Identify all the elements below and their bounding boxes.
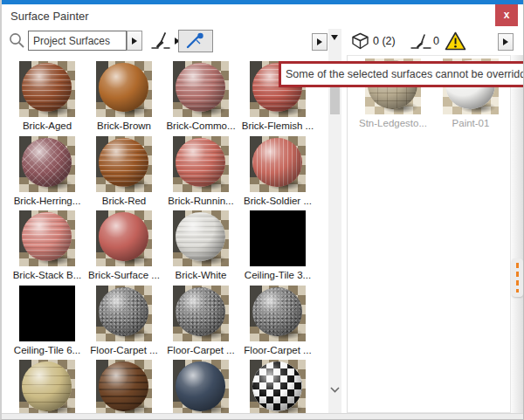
surface-label: Brick-Red — [86, 196, 162, 206]
material-sphere-icon — [176, 287, 224, 336]
surface-tile[interactable]: Brick-Red — [86, 136, 162, 211]
right-arrow-icon — [132, 38, 137, 45]
material-sphere-icon — [252, 287, 301, 336]
surface-label: Brick-Stack B... — [9, 270, 86, 280]
options-flyout-button[interactable] — [498, 33, 514, 51]
material-sphere-icon — [176, 138, 224, 187]
title-bar[interactable]: Surface Painter x — [2, 4, 524, 28]
paint-brush-icon[interactable] — [150, 31, 171, 52]
scroll-down-chevron-icon[interactable] — [330, 387, 340, 393]
surface-painter-dialog: Surface Painter x — [0, 0, 524, 420]
search-icon — [9, 32, 25, 49]
surface-thumbnail[interactable] — [173, 286, 229, 341]
panel-resize-edge — [511, 55, 524, 413]
surface-set-input[interactable] — [28, 31, 127, 51]
material-sphere-icon — [99, 361, 148, 410]
surface-thumbnail[interactable] — [173, 360, 229, 413]
surface-tile[interactable]: Floor-Carpet ... — [86, 286, 162, 361]
surface-label: Brick-Soldier ... — [239, 196, 316, 206]
surface-tile[interactable]: Brick-Aged — [9, 61, 86, 136]
selected-elements-count: 0 (2) — [373, 35, 396, 47]
surface-thumbnail[interactable] — [19, 210, 75, 266]
warning-icon[interactable] — [445, 31, 466, 51]
surface-label: Brick-Surface ... — [86, 270, 162, 280]
material-sphere-icon — [22, 212, 71, 261]
surface-thumbnail[interactable] — [96, 61, 152, 117]
surface-label: Brick-White — [162, 270, 239, 280]
material-sphere-icon — [22, 138, 71, 187]
surface-thumbnail[interactable] — [19, 286, 75, 341]
surface-label: Brick-Runnin... — [162, 196, 239, 206]
toolbar: 0 (2) 0 — [2, 28, 524, 55]
painted-count: 0 — [433, 35, 439, 47]
surface-tile[interactable] — [86, 360, 162, 413]
surface-set-dropdown-button[interactable] — [127, 31, 142, 51]
surface-thumbnail[interactable] — [173, 210, 229, 266]
surface-label: Brick-Commo... — [162, 120, 239, 131]
surface-grid: Brick-AgedBrick-BrownBrick-Commo...Brick… — [9, 55, 316, 413]
material-sphere-icon — [99, 138, 148, 187]
material-sphere-icon — [176, 212, 224, 261]
surface-tile[interactable]: Ceiling-Tile 3... — [239, 210, 316, 286]
material-sphere-icon — [252, 138, 301, 187]
close-button[interactable]: x — [495, 4, 518, 26]
surface-tile[interactable]: Brick-Surface ... — [86, 210, 162, 286]
warning-tooltip: Some of the selected surfaces cannot be … — [279, 61, 524, 87]
surface-label: Floor-Carpet ... — [86, 345, 162, 355]
material-sphere-icon — [99, 287, 148, 336]
pick-surface-button[interactable] — [178, 30, 213, 52]
surface-tile[interactable]: Brick-Commo... — [162, 61, 239, 136]
selected-surfaces-panel: Stn-Ledgesto...Paint-01 — [347, 55, 511, 413]
surface-catalog-area[interactable]: Brick-AgedBrick-BrownBrick-Commo...Brick… — [9, 55, 316, 413]
splitter-grip[interactable] — [512, 258, 523, 297]
surface-thumbnail[interactable] — [250, 210, 306, 266]
material-sphere-icon — [99, 63, 148, 112]
surface-tile[interactable]: Floor-Carpet ... — [239, 286, 316, 361]
surface-tile[interactable]: Brick-Brown — [86, 61, 162, 136]
surface-thumbnail[interactable] — [250, 136, 306, 192]
scrollbar-thumb[interactable] — [330, 86, 340, 114]
painted-brush-icon — [410, 32, 431, 50]
surface-label: Paint-01 — [432, 118, 509, 128]
surface-thumbnail[interactable] — [250, 360, 306, 413]
material-sphere-icon — [22, 361, 71, 410]
surface-label: Brick-Flemish ... — [239, 120, 316, 131]
panel-expand-button[interactable] — [312, 33, 328, 51]
surface-tile[interactable]: Brick-Stack B... — [9, 210, 86, 286]
surface-thumbnail[interactable] — [19, 61, 75, 117]
surface-tile[interactable]: Brick-Runnin... — [162, 136, 239, 211]
material-sphere-icon — [176, 361, 224, 410]
surface-thumbnail[interactable] — [96, 136, 152, 192]
surface-label: Brick-Aged — [9, 120, 86, 131]
surface-thumbnail[interactable] — [173, 61, 229, 117]
surface-tile[interactable] — [9, 360, 86, 413]
surface-tile[interactable]: Brick-Soldier ... — [239, 136, 316, 211]
surface-label: Brick-Herring... — [9, 196, 86, 206]
surface-tile[interactable] — [239, 360, 316, 413]
window-title: Surface Painter — [10, 10, 89, 23]
surface-thumbnail[interactable] — [173, 136, 229, 192]
surface-thumbnail[interactable] — [96, 286, 152, 341]
material-sphere-icon — [176, 63, 224, 112]
surface-label: Ceiling-Tile 3... — [239, 270, 316, 280]
surface-tile[interactable]: Brick-Herring... — [9, 136, 86, 211]
surface-label: Brick-Brown — [86, 120, 162, 131]
surface-tile[interactable]: Floor-Carpet ... — [162, 286, 239, 361]
surface-tile[interactable]: Brick-White — [162, 210, 239, 286]
surface-label: Floor-Carpet ... — [162, 345, 239, 355]
scrollbar-flyout-icon[interactable] — [331, 35, 338, 40]
surface-label: Ceiling-Tile 6... — [9, 345, 86, 355]
surface-thumbnail[interactable] — [19, 136, 75, 192]
surface-thumbnail[interactable] — [96, 360, 152, 413]
right-arrow-icon — [317, 38, 322, 45]
surface-thumbnail[interactable] — [96, 210, 152, 266]
surface-label: Stn-Ledgesto... — [355, 118, 431, 128]
surface-label: Floor-Carpet ... — [239, 345, 316, 355]
element-cube-icon — [351, 32, 369, 50]
material-sphere-icon — [22, 63, 71, 112]
splitter-grip-dashes-icon — [516, 263, 519, 293]
surface-tile[interactable]: Ceiling-Tile 6... — [9, 286, 86, 361]
surface-tile[interactable] — [162, 360, 239, 413]
surface-thumbnail[interactable] — [19, 360, 75, 413]
surface-thumbnail[interactable] — [250, 286, 306, 341]
